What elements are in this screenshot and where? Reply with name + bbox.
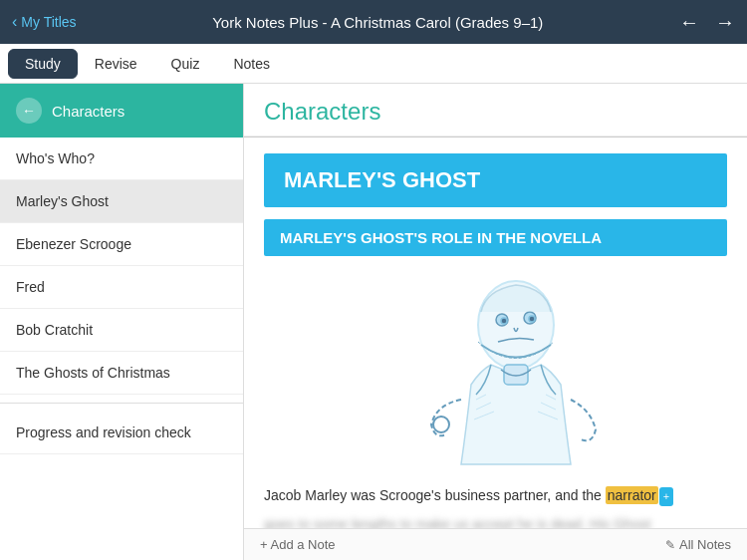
- role-banner: MARLEY'S GHOST'S ROLE IN THE NOVELLA: [264, 219, 727, 256]
- back-label: My Titles: [21, 14, 76, 30]
- chevron-left-icon: ‹: [12, 13, 17, 31]
- role-title: MARLEY'S GHOST'S ROLE IN THE NOVELLA: [280, 229, 602, 246]
- highlight-narrator: narrator: [606, 486, 658, 504]
- sidebar-item-marleys-ghost[interactable]: Marley's Ghost: [0, 180, 243, 223]
- sidebar-divider: [0, 403, 243, 404]
- add-note-label: + Add a Note: [260, 537, 336, 552]
- svg-point-3: [501, 318, 507, 324]
- page-title: York Notes Plus - A Christmas Carol (Gra…: [212, 14, 543, 31]
- character-title-banner: MARLEY'S GHOST: [264, 153, 727, 207]
- sidebar-item-progress-revision[interactable]: Progress and revision check: [0, 412, 243, 454]
- back-button[interactable]: ‹ My Titles: [12, 13, 77, 31]
- tab-study[interactable]: Study: [8, 49, 78, 79]
- next-arrow[interactable]: →: [715, 11, 735, 34]
- main-layout: ← Characters Who's Who? Marley's Ghost E…: [0, 84, 747, 560]
- edit-icon: ✎: [665, 538, 675, 552]
- sidebar-item-fred[interactable]: Fred: [0, 266, 243, 309]
- tab-quiz[interactable]: Quiz: [154, 49, 217, 79]
- svg-rect-5: [504, 365, 528, 385]
- sidebar-item-ebenezer-scrooge[interactable]: Ebenezer Scrooge: [0, 223, 243, 266]
- sidebar-item-whos-who[interactable]: Who's Who?: [0, 138, 243, 180]
- all-notes-button[interactable]: ✎ All Notes: [665, 537, 731, 552]
- content-body: MARLEY'S GHOST MARLEY'S GHOST'S ROLE IN …: [244, 138, 747, 559]
- add-note-button[interactable]: + Add a Note: [260, 537, 336, 552]
- narrator-badge[interactable]: +: [659, 487, 673, 506]
- description-text: Jacob Marley was Scrooge's business part…: [264, 485, 727, 506]
- sidebar-item-bob-cratchit[interactable]: Bob Cratchit: [0, 309, 243, 352]
- content-page-title: Characters: [264, 98, 727, 126]
- sidebar-header-label: Characters: [52, 103, 124, 120]
- svg-point-4: [529, 316, 535, 322]
- sidebar-item-ghosts-christmas[interactable]: The Ghosts of Christmas: [0, 352, 243, 395]
- sidebar-nav: Who's Who? Marley's Ghost Ebenezer Scroo…: [0, 138, 243, 560]
- content-area: Characters MARLEY'S GHOST MARLEY'S GHOST…: [244, 84, 747, 560]
- content-header: Characters: [244, 84, 747, 137]
- tab-revise[interactable]: Revise: [78, 49, 154, 79]
- navigation-arrows: ← →: [679, 11, 735, 34]
- content-bottom-bar: + Add a Note ✎ All Notes: [244, 528, 747, 560]
- tab-bar: Study Revise Quiz Notes: [0, 44, 747, 84]
- sidebar: ← Characters Who's Who? Marley's Ghost E…: [0, 84, 244, 560]
- top-bar: ‹ My Titles York Notes Plus - A Christma…: [0, 0, 747, 44]
- character-illustration: [386, 270, 606, 469]
- tab-notes[interactable]: Notes: [216, 49, 287, 79]
- character-name: MARLEY'S GHOST: [284, 167, 480, 192]
- prev-arrow[interactable]: ←: [679, 11, 699, 34]
- svg-point-6: [433, 417, 449, 432]
- sidebar-header: ← Characters: [0, 84, 243, 138]
- all-notes-label: All Notes: [679, 537, 731, 552]
- sidebar-back-button[interactable]: ←: [16, 98, 42, 124]
